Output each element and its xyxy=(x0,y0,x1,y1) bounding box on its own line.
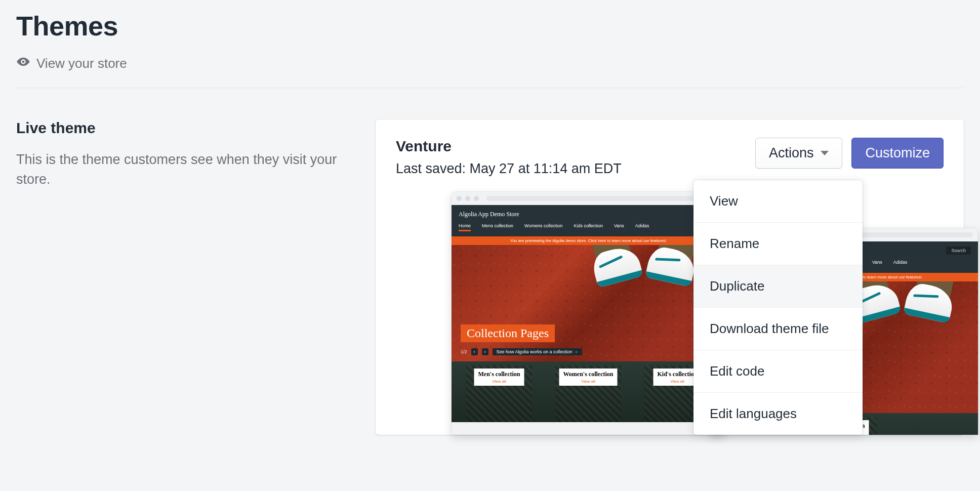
preview-window-front: Algolia App Demo Store Search HomeMens c… xyxy=(452,192,725,435)
preview-brand: Algolia App Demo Store xyxy=(459,211,519,218)
preview-collection-tile: Men's collectionView all xyxy=(466,365,532,422)
live-theme-info: Live theme This is the theme customers s… xyxy=(16,119,345,435)
preview-nav-item: Adidas xyxy=(635,223,649,231)
customize-button[interactable]: Customize xyxy=(851,138,944,169)
actions-button-label: Actions xyxy=(769,146,814,160)
customize-button-label: Customize xyxy=(865,146,930,160)
preview-nav-item: Womens collection xyxy=(524,223,562,231)
actions-menu-item[interactable]: Duplicate xyxy=(693,265,863,307)
preview-hero-label: Collection Pages xyxy=(461,324,555,342)
live-theme-heading: Live theme xyxy=(16,119,345,137)
actions-menu-item[interactable]: Edit languages xyxy=(693,392,863,435)
page-title: Themes xyxy=(16,10,964,42)
live-theme-description: This is the theme customers see when the… xyxy=(16,150,345,189)
preview-nav-item: Vans xyxy=(614,223,624,231)
preview-nav-item: Adidas xyxy=(893,260,908,268)
preview-nav-item: Vans xyxy=(872,260,882,268)
preview-nav-item: Mens collection xyxy=(482,223,513,231)
chevron-down-icon xyxy=(821,151,829,155)
view-store-link[interactable]: View your store xyxy=(16,55,127,72)
preview-search-back: Search xyxy=(946,247,971,255)
actions-menu-item[interactable]: Download theme file xyxy=(693,307,863,350)
theme-card: Venture Last saved: May 27 at 11:14 am E… xyxy=(376,119,964,435)
page-header: Themes View your store xyxy=(16,10,964,88)
actions-button[interactable]: Actions xyxy=(755,138,843,169)
preview-banner: You are previewing the Algolia demo stor… xyxy=(452,236,725,245)
theme-last-saved: Last saved: May 27 at 11:14 am EDT xyxy=(396,161,622,177)
actions-menu-item[interactable]: View xyxy=(693,180,863,222)
eye-icon xyxy=(16,55,30,72)
preview-nav-item: Kids collection xyxy=(574,223,603,231)
preview-collection-tile: Women's collectionView all xyxy=(555,365,621,422)
theme-name: Venture xyxy=(396,138,622,155)
actions-menu-item[interactable]: Edit code xyxy=(693,350,863,392)
preview-nav-item: Home xyxy=(459,223,471,231)
actions-menu-item[interactable]: Rename xyxy=(693,222,863,265)
actions-dropdown: ViewRenameDuplicateDownload theme fileEd… xyxy=(693,180,863,435)
view-store-label: View your store xyxy=(36,56,127,71)
